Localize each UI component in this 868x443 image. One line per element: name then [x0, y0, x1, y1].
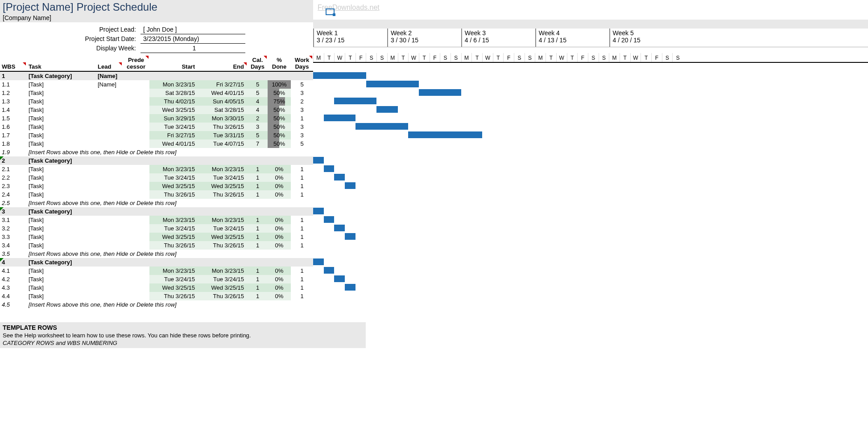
- day-header[interactable]: M: [535, 53, 546, 62]
- display-week-value[interactable]: 1: [141, 44, 245, 53]
- col-task[interactable]: Task: [27, 62, 96, 71]
- table-row[interactable]: 2.4[Task]Thu 3/26/15Thu 3/26/1510%1: [0, 190, 313, 199]
- gantt-bar[interactable]: [345, 284, 355, 291]
- table-row[interactable]: 2.5[Insert Rows above this one, then Hid…: [0, 199, 313, 207]
- gantt-bar[interactable]: [324, 216, 335, 223]
- gantt-bar[interactable]: [408, 131, 482, 138]
- col-start[interactable]: Start: [149, 62, 198, 71]
- table-row[interactable]: 4.5[Insert Rows above this one, then Hid…: [0, 300, 313, 309]
- day-header[interactable]: M: [387, 53, 398, 62]
- table-row[interactable]: 1.7[Task]Fri 3/27/15Tue 3/31/15550%3: [0, 131, 313, 139]
- watermark-link[interactable]: FreeDownloads.net: [313, 4, 868, 12]
- gantt-bar[interactable]: [313, 72, 366, 79]
- col-lead[interactable]: Lead: [96, 62, 123, 71]
- table-row[interactable]: 2.2[Task]Tue 3/24/15Tue 3/24/1510%1: [0, 173, 313, 182]
- day-header[interactable]: T: [493, 53, 504, 62]
- day-header[interactable]: F: [503, 53, 514, 62]
- gantt-bar[interactable]: [334, 225, 345, 231]
- gantt-bar[interactable]: [334, 174, 345, 180]
- table-row[interactable]: 1.9[Insert Rows above this one, then Hid…: [0, 148, 313, 156]
- day-header[interactable]: T: [471, 53, 482, 62]
- day-header[interactable]: S: [588, 53, 599, 62]
- gantt-bar[interactable]: [313, 157, 324, 164]
- day-header[interactable]: T: [620, 53, 630, 62]
- week-header[interactable]: Week 54 / 20 / 15: [609, 29, 683, 47]
- day-header[interactable]: M: [609, 53, 620, 62]
- day-header[interactable]: T: [641, 53, 651, 62]
- gantt-bar[interactable]: [355, 123, 409, 130]
- day-header[interactable]: W: [630, 53, 641, 62]
- table-row[interactable]: 4[Task Category]: [0, 258, 313, 267]
- day-header[interactable]: S: [672, 53, 683, 62]
- gantt-bar[interactable]: [324, 165, 335, 172]
- gantt-bar[interactable]: [334, 98, 376, 104]
- day-header[interactable]: S: [514, 53, 525, 62]
- table-row[interactable]: 1.3[Task]Thu 4/02/15Sun 4/05/15475%2: [0, 97, 313, 106]
- gantt-bar[interactable]: [419, 89, 461, 96]
- gantt-bar[interactable]: [313, 208, 324, 214]
- day-header[interactable]: S: [599, 53, 609, 62]
- table-row[interactable]: 1.6[Task]Tue 3/24/15Thu 3/26/15350%3: [0, 123, 313, 131]
- table-row[interactable]: 3[Task Category]: [0, 207, 313, 216]
- week-header[interactable]: Week 13 / 23 / 15: [313, 29, 387, 47]
- table-row[interactable]: 1.2[Task]Sat 3/28/15Wed 4/01/15550%3: [0, 89, 313, 97]
- day-header[interactable]: S: [440, 53, 451, 62]
- gantt-bar[interactable]: [313, 258, 324, 265]
- gantt-bar[interactable]: [324, 267, 335, 274]
- table-row[interactable]: 1.5[Task]Sun 3/29/15Mon 3/30/15250%1: [0, 114, 313, 123]
- gantt-bar[interactable]: [334, 275, 345, 282]
- day-header[interactable]: T: [567, 53, 578, 62]
- day-header[interactable]: T: [345, 53, 355, 62]
- gantt-bar[interactable]: [324, 115, 355, 121]
- table-row[interactable]: 1.8[Task]Wed 4/01/15Tue 4/07/15750%5: [0, 139, 313, 148]
- table-row[interactable]: 4.1[Task]Mon 3/23/15Mon 3/23/1510%1: [0, 267, 313, 275]
- table-row[interactable]: 1[Task Category][Name]: [0, 72, 313, 80]
- day-header[interactable]: F: [577, 53, 588, 62]
- day-header[interactable]: F: [651, 53, 662, 62]
- day-header[interactable]: W: [334, 53, 345, 62]
- start-date-value[interactable]: 3/23/2015 (Monday): [141, 34, 245, 44]
- col-predecessor[interactable]: Predecessor: [123, 56, 149, 71]
- day-header[interactable]: W: [408, 53, 419, 62]
- table-row[interactable]: 2.1[Task]Mon 3/23/15Mon 3/23/1510%1: [0, 165, 313, 173]
- day-header[interactable]: M: [461, 53, 472, 62]
- company-name[interactable]: [Company Name]: [3, 14, 310, 21]
- table-row[interactable]: 3.1[Task]Mon 3/23/15Mon 3/23/1510%1: [0, 216, 313, 224]
- col-wbs[interactable]: WBS: [0, 62, 27, 71]
- table-row[interactable]: 3.2[Task]Tue 3/24/15Tue 3/24/1510%1: [0, 224, 313, 233]
- gantt-bar[interactable]: [376, 106, 397, 113]
- day-header[interactable]: S: [366, 53, 376, 62]
- table-row[interactable]: 1.1[Task][Name]Mon 3/23/15Fri 3/27/15510…: [0, 80, 313, 89]
- gantt-bar[interactable]: [366, 81, 419, 87]
- day-header[interactable]: F: [355, 53, 366, 62]
- day-header[interactable]: W: [556, 53, 567, 62]
- table-row[interactable]: 4.2[Task]Tue 3/24/15Tue 3/24/1510%1: [0, 275, 313, 283]
- date-marker-icon[interactable]: [326, 8, 335, 15]
- day-header[interactable]: S: [451, 53, 461, 62]
- table-row[interactable]: 4.4[Task]Thu 3/26/15Thu 3/26/1510%1: [0, 292, 313, 300]
- table-row[interactable]: 2[Task Category]: [0, 156, 313, 165]
- table-row[interactable]: 1.4[Task]Wed 3/25/15Sat 3/28/15450%3: [0, 106, 313, 114]
- gantt-bar[interactable]: [345, 233, 355, 240]
- col-work-days[interactable]: WorkDays: [291, 56, 313, 71]
- day-header[interactable]: T: [419, 53, 430, 62]
- day-header[interactable]: T: [324, 53, 335, 62]
- col-end[interactable]: End: [198, 62, 248, 71]
- week-header[interactable]: Week 23 / 30 / 15: [387, 29, 461, 47]
- table-row[interactable]: 3.4[Task]Thu 3/26/15Thu 3/26/1510%1: [0, 241, 313, 250]
- day-header[interactable]: S: [525, 53, 535, 62]
- gantt-bar[interactable]: [345, 182, 355, 189]
- col-cal-days[interactable]: Cal.Days: [248, 56, 268, 71]
- week-header[interactable]: Week 34 / 6 / 15: [461, 29, 535, 47]
- day-header[interactable]: S: [376, 53, 387, 62]
- week-header[interactable]: Week 44 / 13 / 15: [535, 29, 609, 47]
- col-pct-done[interactable]: %Done: [268, 56, 291, 71]
- day-header[interactable]: W: [482, 53, 493, 62]
- day-header[interactable]: T: [398, 53, 409, 62]
- table-row[interactable]: 3.5[Insert Rows above this one, then Hid…: [0, 250, 313, 258]
- lead-value[interactable]: [ John Doe ]: [141, 25, 245, 34]
- project-title[interactable]: [Project Name] Project Schedule: [3, 1, 310, 13]
- day-header[interactable]: M: [313, 53, 324, 62]
- day-header[interactable]: S: [662, 53, 673, 62]
- day-header[interactable]: T: [546, 53, 556, 62]
